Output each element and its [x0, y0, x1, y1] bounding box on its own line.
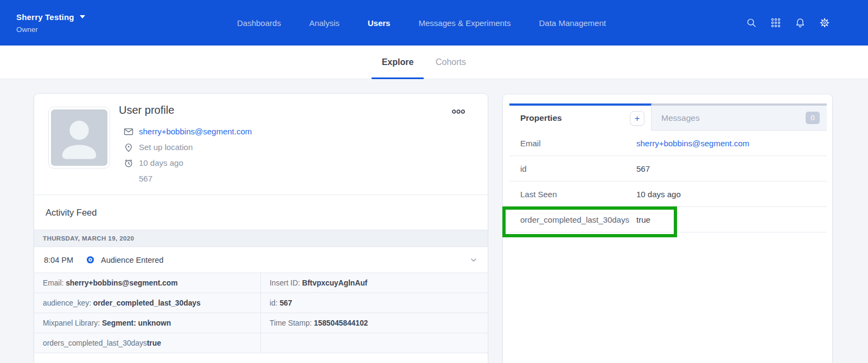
event-properties-table: Email: sherry+bobbins@segment.com Insert… [34, 273, 488, 353]
project-role: Owner [16, 25, 85, 34]
user-properties-card: Properties + Messages 0 Email sherry+bob… [502, 94, 833, 363]
envelope-icon [123, 126, 134, 137]
project-name: Sherry Testing [16, 12, 74, 22]
nav-item-dashboards[interactable]: Dashboards [237, 18, 281, 28]
settings-gear-icon [819, 17, 830, 28]
tab-properties[interactable]: Properties + [509, 103, 652, 131]
activity-event-row[interactable]: 8:04 PM Audience Entered [34, 247, 488, 273]
activity-feed-title: Activity Feed [34, 195, 488, 230]
main-nav: Dashboards Analysis Users Messages & Exp… [237, 0, 606, 46]
event-property-cell: Email: sherry+bobbins@segment.com [34, 273, 261, 293]
set-up-location-link[interactable]: Set up location [139, 142, 193, 152]
profile-user-id: 567 [139, 171, 252, 186]
tab-cohorts[interactable]: Cohorts [424, 46, 478, 79]
more-dots-icon [452, 109, 465, 114]
profile-last-seen-row: 10 days ago [123, 155, 252, 171]
chevron-down-icon [80, 15, 85, 18]
audience-entered-icon [86, 256, 94, 264]
tab-messages-label: Messages [661, 113, 806, 123]
nav-item-analysis[interactable]: Analysis [309, 18, 340, 28]
event-time: 8:04 PM [44, 256, 86, 264]
event-property-cell: Time Stamp: 1585045844102 [261, 313, 488, 333]
property-email-link[interactable]: sherry+bobbins@segment.com [636, 139, 749, 148]
event-property-cell-empty [261, 333, 488, 353]
event-property-cell: Mixpanel Library: Segment: unknown [34, 313, 261, 333]
tab-properties-label: Properties [520, 113, 630, 123]
top-nav-bar: Sherry Testing Owner Dashboards Analysis… [0, 0, 868, 46]
apps-grid-button[interactable] [770, 17, 781, 28]
project-switcher[interactable]: Sherry Testing [16, 12, 85, 22]
event-property-cell: audience_key: order_completed_last_30day… [34, 293, 261, 313]
nav-item-messages-experiments[interactable]: Messages & Experiments [418, 18, 510, 28]
page-title: User profile [119, 104, 174, 116]
activity-date-header: THURSDAY, MARCH 19, 2020 [34, 230, 488, 247]
more-options-button[interactable] [452, 109, 465, 114]
apps-grid-icon [770, 17, 781, 28]
property-row-id: id 567 [509, 156, 827, 182]
tab-messages[interactable]: Messages 0 [652, 103, 827, 131]
user-profile-card: User profile sherry+bobbins@segment.com [34, 93, 488, 363]
notifications-button[interactable] [795, 17, 806, 28]
property-row-last-seen: Last Seen 10 days ago [509, 182, 827, 207]
project-block: Sherry Testing Owner [16, 12, 85, 34]
notifications-bell-icon [795, 17, 806, 28]
event-property-cell: Insert ID: BftvpxcuyAglnAuf [261, 273, 488, 293]
profile-email-row: sherry+bobbins@segment.com [123, 124, 252, 139]
nav-item-users[interactable]: Users [368, 18, 391, 28]
tab-explore[interactable]: Explore [372, 46, 424, 79]
profile-location-row: Set up location [123, 139, 252, 155]
settings-button[interactable] [819, 17, 830, 28]
nav-icon-group [746, 0, 830, 46]
alarm-clock-icon [123, 158, 134, 168]
properties-messages-tabbar: Properties + Messages 0 [509, 103, 827, 131]
event-property-cell: orders_completed_last_30daystrue [34, 333, 261, 353]
chevron-down-icon[interactable] [469, 256, 478, 264]
property-row-order-completed: order_completed_last_30days true [509, 207, 827, 232]
event-property-cell: id: 567 [261, 293, 488, 313]
search-icon [746, 17, 757, 28]
profile-section: User profile sherry+bobbins@segment.com [34, 94, 488, 195]
search-button[interactable] [746, 17, 757, 28]
event-name: Audience Entered [101, 256, 469, 264]
location-pin-icon [123, 142, 134, 153]
add-property-button[interactable]: + [630, 111, 644, 126]
profile-email-link[interactable]: sherry+bobbins@segment.com [139, 127, 252, 136]
person-avatar-icon [51, 109, 107, 166]
messages-count-badge: 0 [806, 112, 820, 124]
profile-last-seen: 10 days ago [139, 158, 183, 167]
nav-item-data-management[interactable]: Data Management [539, 18, 606, 28]
property-row-email: Email sherry+bobbins@segment.com [509, 131, 827, 156]
avatar [48, 107, 110, 168]
content-area: User profile sherry+bobbins@segment.com [0, 79, 868, 363]
explore-cohorts-tabbar: Explore Cohorts [0, 46, 868, 79]
